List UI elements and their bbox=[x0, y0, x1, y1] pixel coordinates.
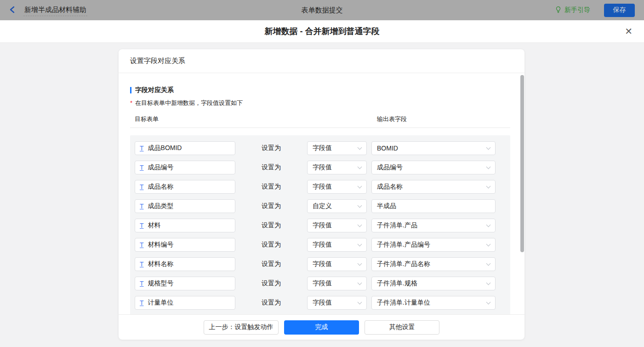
text-field-icon: T bbox=[140, 222, 144, 229]
mapping-row: T 计量单位 设置为 字段值 子件清单.计量单位 bbox=[135, 296, 510, 310]
mode-select[interactable]: 字段值 bbox=[307, 180, 367, 194]
text-field-icon: T bbox=[140, 145, 144, 151]
target-field-input[interactable]: T 成品类型 bbox=[135, 199, 235, 213]
value-select-value: 子件清单.产品 bbox=[377, 221, 417, 230]
value-select-value: 子件清单.产品名称 bbox=[377, 260, 430, 268]
header-divider bbox=[130, 127, 510, 128]
value-select[interactable]: 子件清单.计量单位 bbox=[371, 296, 496, 310]
beginner-guide-label: 新手引导 bbox=[564, 6, 590, 14]
chevron-down-icon bbox=[358, 164, 362, 169]
mode-select[interactable]: 字段值 bbox=[307, 238, 367, 252]
column-headers: 目标表单 输出表字段 bbox=[130, 115, 510, 123]
target-field-input[interactable]: T 材料 bbox=[135, 219, 235, 232]
nav-center-title: 表单数据提交 bbox=[302, 6, 343, 15]
value-select[interactable]: 成品名称 bbox=[371, 180, 496, 194]
value-select-value: BOMID bbox=[377, 145, 398, 152]
set-as-label: 设置为 bbox=[235, 144, 307, 152]
save-button[interactable]: 保存 bbox=[604, 4, 635, 17]
chevron-down-icon bbox=[486, 222, 491, 227]
chevron-down-icon bbox=[486, 280, 491, 285]
chevron-down-icon bbox=[486, 164, 491, 169]
text-field-icon: T bbox=[140, 203, 144, 209]
mode-select[interactable]: 字段值 bbox=[307, 219, 367, 232]
chevron-down-icon bbox=[486, 242, 491, 246]
target-field-input[interactable]: T 材料名称 bbox=[135, 257, 235, 271]
value-select[interactable]: 半成品 bbox=[371, 199, 496, 213]
close-icon[interactable]: ✕ bbox=[625, 27, 633, 36]
mode-select-value: 字段值 bbox=[313, 299, 332, 307]
mode-select-value: 自定义 bbox=[313, 202, 332, 210]
value-select[interactable]: 子件清单.产品编号 bbox=[371, 238, 496, 252]
target-field-input[interactable]: T 规格型号 bbox=[135, 277, 235, 290]
section-title: 字段对应关系 bbox=[135, 86, 174, 94]
set-as-label: 设置为 bbox=[235, 241, 307, 249]
set-as-label: 设置为 bbox=[235, 260, 307, 268]
target-field-input[interactable]: T 成品名称 bbox=[135, 180, 235, 194]
mapping-row: T 材料编号 设置为 字段值 子件清单.产品编号 bbox=[135, 238, 510, 252]
target-field-input[interactable]: T 计量单位 bbox=[135, 296, 235, 310]
mode-select-value: 字段值 bbox=[313, 163, 332, 172]
mode-select[interactable]: 字段值 bbox=[307, 277, 367, 290]
value-select[interactable]: 成品编号 bbox=[371, 161, 496, 174]
set-as-label: 设置为 bbox=[235, 221, 307, 230]
card-body: 字段对应关系 * 在目标表单中新增数据，字段值设置如下 目标表单 输出表字段 T… bbox=[119, 73, 524, 314]
target-field-label: 成品名称 bbox=[148, 183, 174, 191]
value-select-value: 半成品 bbox=[377, 202, 396, 210]
section-title-row: 字段对应关系 bbox=[130, 86, 510, 94]
finish-button[interactable]: 完成 bbox=[284, 320, 359, 335]
lightbulb-icon bbox=[555, 6, 562, 15]
mode-select[interactable]: 自定义 bbox=[307, 199, 367, 213]
mode-select[interactable]: 字段值 bbox=[307, 141, 367, 155]
nav-right-group: 新手引导 保存 bbox=[555, 0, 635, 20]
target-field-label: 成品编号 bbox=[148, 163, 174, 172]
settings-card: 设置字段对应关系 字段对应关系 * 在目标表单中新增数据，字段值设置如下 目标表… bbox=[119, 49, 524, 340]
target-field-input[interactable]: T 材料编号 bbox=[135, 238, 235, 252]
mode-select[interactable]: 字段值 bbox=[307, 296, 367, 310]
required-marker: * bbox=[130, 99, 132, 106]
chevron-down-icon bbox=[358, 203, 362, 208]
top-nav: 新增半成品材料辅助 表单数据提交 新手引导 保存 bbox=[0, 0, 644, 20]
text-field-icon: T bbox=[140, 184, 144, 190]
mode-select-value: 字段值 bbox=[313, 279, 332, 288]
text-field-icon: T bbox=[140, 164, 144, 171]
value-select[interactable]: BOMID bbox=[371, 141, 496, 155]
value-select-value: 成品名称 bbox=[377, 183, 403, 191]
mode-select-value: 字段值 bbox=[313, 260, 332, 268]
other-settings-button[interactable]: 其他设置 bbox=[365, 320, 439, 335]
accent-bar bbox=[130, 87, 131, 93]
mapping-row: T 材料名称 设置为 字段值 子件清单.产品名称 bbox=[135, 257, 510, 271]
back-button[interactable] bbox=[8, 6, 17, 14]
target-field-label: 计量单位 bbox=[148, 299, 174, 307]
chevron-down-icon bbox=[358, 280, 362, 285]
column-header-target: 目标表单 bbox=[135, 115, 377, 123]
previous-step-button[interactable]: 上一步：设置触发动作 bbox=[204, 320, 279, 335]
mapping-row: T 成品类型 设置为 自定义 半成品 bbox=[135, 199, 510, 213]
chevron-down-icon bbox=[486, 145, 491, 150]
mode-select-value: 字段值 bbox=[313, 221, 332, 230]
value-select[interactable]: 子件清单.产品名称 bbox=[371, 257, 496, 271]
value-select-value: 子件清单.产品编号 bbox=[377, 241, 430, 249]
target-field-input[interactable]: T 成品BOMID bbox=[135, 141, 235, 155]
chevron-down-icon bbox=[486, 300, 491, 304]
dialog-header: 新增数据 - 合并新增到普通字段 ✕ bbox=[0, 20, 644, 43]
scrollbar-thumb[interactable] bbox=[520, 75, 524, 252]
chevron-down-icon bbox=[358, 184, 362, 188]
text-field-icon: T bbox=[140, 261, 144, 267]
target-field-input[interactable]: T 成品编号 bbox=[135, 161, 235, 174]
beginner-guide-link[interactable]: 新手引导 bbox=[555, 6, 590, 15]
mode-select[interactable]: 字段值 bbox=[307, 257, 367, 271]
mode-select[interactable]: 字段值 bbox=[307, 161, 367, 174]
target-field-label: 规格型号 bbox=[148, 279, 174, 288]
set-as-label: 设置为 bbox=[235, 279, 307, 288]
mapping-row: T 材料 设置为 字段值 子件清单.产品 bbox=[135, 219, 510, 232]
mapping-row: T 成品编号 设置为 字段值 成品编号 bbox=[135, 161, 510, 174]
set-as-label: 设置为 bbox=[235, 202, 307, 210]
value-select-value: 子件清单.计量单位 bbox=[377, 299, 430, 307]
mode-select-value: 字段值 bbox=[313, 241, 332, 249]
value-select[interactable]: 子件清单.规格 bbox=[371, 277, 496, 290]
set-as-label: 设置为 bbox=[235, 299, 307, 307]
value-select[interactable]: 子件清单.产品 bbox=[371, 219, 496, 232]
flow-title[interactable]: 新增半成品材料辅助 bbox=[23, 5, 87, 16]
card-footer: 上一步：设置触发动作 完成 其他设置 bbox=[119, 314, 524, 340]
mapping-row: T 成品BOMID 设置为 字段值 BOMID bbox=[135, 141, 510, 155]
